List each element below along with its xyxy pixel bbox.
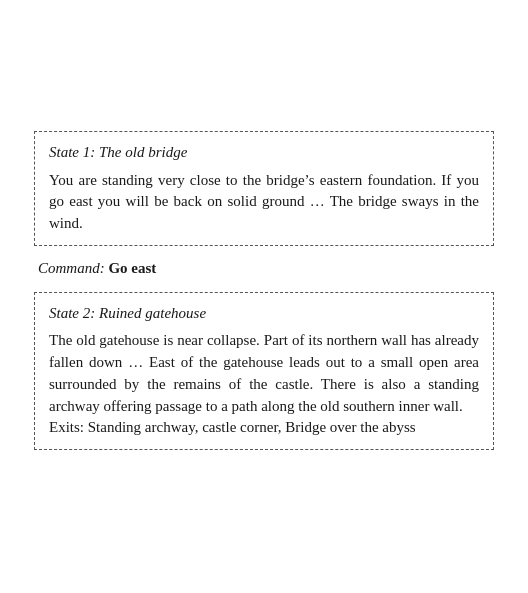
command-line: Command: Go east (34, 258, 494, 280)
state2-body: The old gatehouse is near collapse. Part… (49, 330, 479, 439)
exits-label: Exits: (49, 419, 88, 435)
state1-box: State 1: The old bridge You are standing… (34, 131, 494, 246)
state1-title: State 1: The old bridge (49, 142, 479, 164)
state2-body-text: The old gatehouse is near collapse. Part… (49, 332, 479, 413)
state2-box: State 2: Ruined gatehouse The old gateho… (34, 292, 494, 451)
page-container: State 1: The old bridge You are standing… (24, 111, 504, 482)
exits-text: Standing archway, castle corner, Bridge … (88, 419, 416, 435)
command-text: Go east (108, 260, 156, 276)
state1-body: You are standing very close to the bridg… (49, 170, 479, 235)
state2-title: State 2: Ruined gatehouse (49, 303, 479, 325)
command-label: Command: (38, 260, 105, 276)
